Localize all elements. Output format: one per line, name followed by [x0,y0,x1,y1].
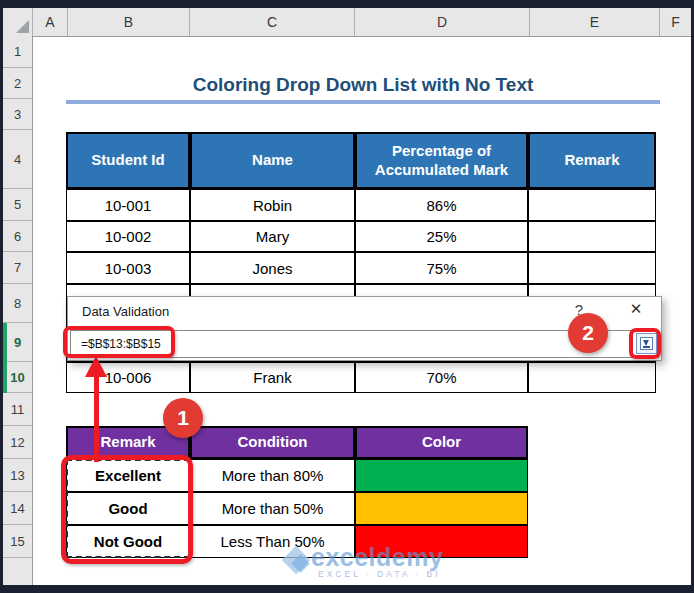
table1-header-name[interactable]: Name [190,132,355,189]
row-header-15[interactable]: 15 [3,525,33,558]
cell-student-id[interactable]: 10-002 [66,221,190,252]
cell-name[interactable]: Robin [190,189,355,221]
table2-header-color[interactable]: Color [355,426,528,459]
cell-student-id[interactable]: 10-003 [66,252,190,284]
cell-remark-empty[interactable] [528,221,656,252]
column-header-b[interactable]: B [68,8,190,36]
highlight-source-range [61,455,193,564]
highlight-expand-button [629,328,661,359]
row-header-5[interactable]: 5 [3,189,33,221]
cell-mark[interactable]: 75% [355,252,528,284]
row-header-10[interactable]: 10 [3,362,33,393]
table1-header-mark[interactable]: Percentage of Accumulated Mark [355,132,528,189]
close-button[interactable]: ✕ [624,300,648,322]
cell-color-swatch[interactable] [355,492,528,525]
row-header-8[interactable]: 8 [3,284,33,323]
select-all-triangle-icon [16,20,29,33]
row-header-9[interactable]: 9 [3,323,33,362]
dialog-title: Data Validation [82,304,169,319]
row-header-6[interactable]: 6 [3,221,33,252]
row-header-11[interactable]: 11 [3,393,33,426]
row-header-7[interactable]: 7 [3,252,33,284]
row-header-13[interactable]: 13 [3,459,33,492]
selection-row-indicator [3,323,7,393]
excel-screenshot: A B C D E F 1 2 3 4 5 6 7 8 9 10 11 12 1… [0,0,694,593]
cell-student-id[interactable]: 10-001 [66,189,190,221]
sheet-title: Coloring Drop Down List with No Text [66,70,660,100]
title-underline [66,100,660,104]
column-header-d[interactable]: D [355,8,530,36]
column-header-f[interactable]: F [660,8,691,36]
step-marker-2: 2 [568,313,608,353]
row-header-3[interactable]: 3 [3,99,33,130]
cell-remark-empty[interactable] [528,252,656,284]
cell-name[interactable]: Mary [190,221,355,252]
watermark-tagline: EXCEL · DATA · BI [318,569,441,579]
cell-color-swatch[interactable] [355,459,528,492]
cell-condition[interactable]: More than 50% [190,492,355,525]
column-header-e[interactable]: E [530,8,660,36]
annotation-arrow-head [85,356,107,377]
row-header-12[interactable]: 12 [3,426,33,459]
highlight-formula-box [63,326,175,358]
row-header-1[interactable]: 1 [3,36,33,68]
annotation-arrow-shaft [94,376,99,462]
table1-header-student-id[interactable]: Student Id [66,132,190,189]
row-header-2[interactable]: 2 [3,68,33,99]
step-marker-1: 1 [163,398,203,438]
cell-mark[interactable]: 25% [355,221,528,252]
column-header-c[interactable]: C [190,8,355,36]
row-header-4[interactable]: 4 [3,130,33,189]
cell-name[interactable]: Frank [190,362,355,393]
table1-header-remark[interactable]: Remark [528,132,656,189]
row-header-14[interactable]: 14 [3,492,33,525]
select-all-corner[interactable] [3,8,33,36]
table2-header-condition[interactable]: Condition [190,426,355,459]
row-header-partial [3,558,33,585]
cell-mark[interactable]: 86% [355,189,528,221]
cell-name[interactable]: Jones [190,252,355,284]
cell-remark-empty[interactable] [528,189,656,221]
cell-condition[interactable]: More than 80% [190,459,355,492]
column-header-a[interactable]: A [33,8,68,36]
cell-remark-empty[interactable] [528,362,656,393]
watermark-brand: exceldemy [311,543,443,572]
cell-mark[interactable]: 70% [355,362,528,393]
